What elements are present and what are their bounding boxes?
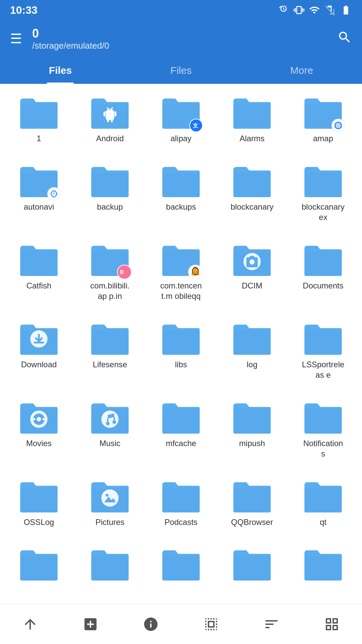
folder-label-dcim: DCIM: [242, 280, 262, 291]
svg-point-37: [106, 494, 109, 497]
tabs: Files Files More: [0, 57, 362, 84]
signal-icon: [324, 5, 335, 15]
folder-download[interactable]: Download: [3, 317, 74, 392]
folder-bilibili[interactable]: B com.bilibili.ap p.in: [74, 238, 145, 313]
folder-label-amap: amap: [313, 133, 333, 144]
folder-label-alarms: Alarms: [240, 133, 265, 144]
status-time: 10:33: [10, 4, 38, 16]
svg-point-26: [37, 417, 41, 421]
folder-osslog[interactable]: OSSLog: [3, 474, 74, 539]
folder-movies[interactable]: Movies: [3, 395, 74, 471]
folder-lssportrelease[interactable]: LSSportreleas e: [288, 317, 359, 392]
tab-files2[interactable]: Files: [121, 57, 241, 84]
folder-pictures[interactable]: Pictures: [74, 474, 145, 539]
folder-notifications[interactable]: Notifications: [288, 395, 359, 471]
folder-qqbrowser[interactable]: QQBrowser: [217, 474, 288, 539]
folder-label-music: Music: [100, 438, 121, 448]
svg-rect-8: [111, 119, 113, 122]
folder-blockcanary[interactable]: blockcanary: [217, 159, 288, 234]
folder-alipay[interactable]: 支 alipay: [145, 91, 217, 156]
wifi-icon: [309, 5, 320, 15]
folder-label-android: Android: [96, 133, 124, 144]
folder-android[interactable]: Android: [74, 91, 145, 156]
folder-log[interactable]: log: [217, 317, 288, 392]
folder-label-lifesense: Lifesense: [93, 359, 127, 370]
folder-label-log: log: [247, 359, 257, 370]
folder-mfcache[interactable]: mfcache: [145, 395, 217, 471]
grid-button[interactable]: [324, 616, 340, 632]
folder-label-notifications: Notifications: [301, 438, 345, 459]
tab-files1[interactable]: Files: [0, 57, 121, 84]
folder-label-1: 1: [37, 133, 41, 144]
path-number: 0: [32, 26, 109, 41]
folder-label-movies: Movies: [26, 438, 52, 448]
svg-rect-7: [107, 119, 109, 122]
search-icon[interactable]: [337, 30, 352, 48]
folder-r4[interactable]: [217, 542, 288, 597]
header-left: ☰ 0 /storage/emulated/0: [10, 26, 109, 51]
folder-alarms[interactable]: Alarms: [217, 91, 288, 156]
file-grid: 1 Android 支 alipay Alarms amap autonavi …: [0, 84, 362, 604]
folder-label-podcasts: Podcasts: [165, 517, 198, 527]
folder-label-libs: libs: [175, 359, 187, 370]
svg-point-31: [101, 411, 118, 428]
svg-point-19: [194, 271, 196, 273]
folder-qt[interactable]: qt: [288, 474, 359, 539]
folder-label-catfish: Catfish: [26, 280, 52, 291]
menu-icon[interactable]: ☰: [10, 31, 22, 46]
select-button[interactable]: [203, 616, 219, 632]
folder-r1[interactable]: [3, 542, 74, 597]
folder-lifesense[interactable]: Lifesense: [74, 317, 145, 392]
folder-music[interactable]: Music: [74, 395, 145, 471]
folder-documents[interactable]: Documents: [288, 238, 359, 313]
add-button[interactable]: [82, 616, 99, 632]
folder-libs[interactable]: libs: [145, 317, 217, 392]
folder-autonavi[interactable]: autonavi: [3, 159, 74, 234]
folder-tencent[interactable]: com.tencent.m obileqq: [145, 238, 217, 313]
folder-blockcanaryex[interactable]: blockcanaryex: [288, 159, 359, 234]
folder-mipush[interactable]: mipush: [217, 395, 288, 471]
svg-point-18: [196, 270, 197, 271]
up-button[interactable]: [22, 616, 38, 632]
folder-label-pictures: Pictures: [96, 517, 125, 527]
folder-label-qqbrowser: QQBrowser: [231, 517, 273, 527]
svg-point-35: [113, 420, 116, 424]
vibrate-icon: [294, 5, 304, 15]
header-path: 0 /storage/emulated/0: [32, 26, 109, 51]
folder-label-blockcanaryex: blockcanaryex: [301, 202, 345, 222]
status-bar: 10:33: [0, 0, 362, 20]
folder-amap[interactable]: amap: [288, 91, 359, 156]
folder-r2[interactable]: [74, 542, 145, 597]
folder-r5[interactable]: [288, 542, 359, 597]
folder-label-backup: backup: [97, 202, 123, 212]
folder-label-bilibili: com.bilibili.ap p.in: [88, 280, 132, 301]
sort-button[interactable]: [263, 616, 280, 632]
folder-r3[interactable]: [145, 542, 217, 597]
folder-label-blockcanary: blockcanary: [231, 202, 274, 212]
folder-backup[interactable]: backup: [74, 159, 145, 234]
folder-label-tencent: com.tencent.m obileqq: [159, 280, 203, 301]
info-button[interactable]: [143, 616, 159, 632]
bottom-bar: [0, 604, 362, 644]
svg-text:B: B: [120, 269, 124, 275]
svg-point-34: [106, 422, 110, 425]
folder-label-backups: backups: [166, 202, 196, 212]
status-icons: [278, 5, 352, 15]
folder-label-lssportrelease: LSSportreleas e: [301, 359, 345, 380]
folder-label-download: Download: [21, 359, 57, 370]
folder-label-osslog: OSSLog: [24, 517, 54, 527]
battery-icon: [340, 5, 352, 15]
folder-dcim[interactable]: DCIM: [217, 238, 288, 313]
svg-point-17: [194, 270, 195, 271]
folder-1[interactable]: 1: [3, 91, 74, 156]
svg-point-36: [101, 489, 118, 506]
path-text: /storage/emulated/0: [32, 41, 109, 51]
folder-label-documents: Documents: [303, 280, 343, 291]
svg-point-14: [193, 268, 198, 274]
tab-more[interactable]: More: [241, 57, 362, 84]
svg-text:支: 支: [192, 123, 198, 128]
folder-label-qt: qt: [320, 517, 326, 527]
folder-podcasts[interactable]: Podcasts: [145, 474, 217, 539]
folder-backups[interactable]: backups: [145, 159, 217, 234]
folder-catfish[interactable]: Catfish: [3, 238, 74, 313]
